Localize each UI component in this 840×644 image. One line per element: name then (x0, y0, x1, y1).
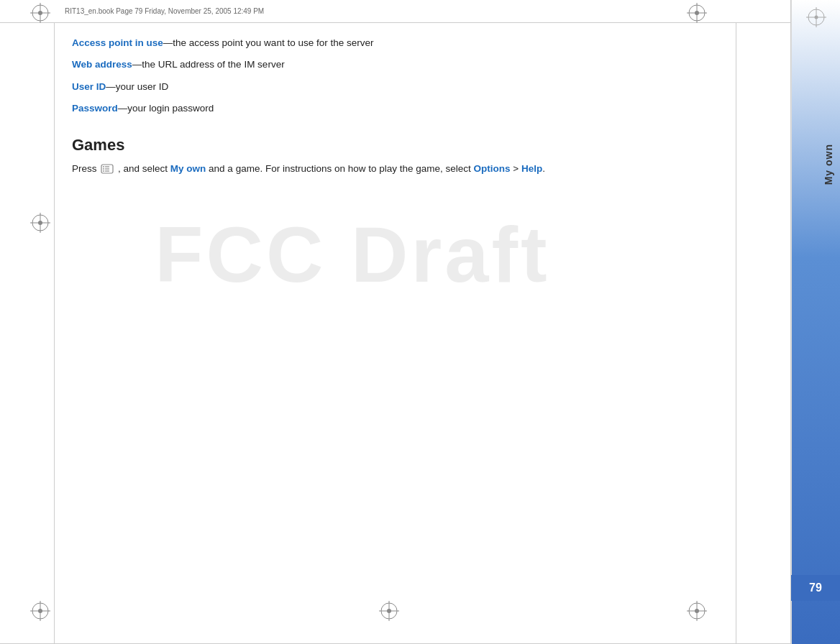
user-id-link: User ID (72, 81, 106, 92)
games-heading: Games (72, 136, 561, 155)
svg-point-30 (103, 171, 104, 172)
games-options-link: Options (474, 163, 511, 174)
fcc-draft-watermark: FCC Draft (58, 208, 647, 300)
access-point-body: —the access point you want to use for th… (163, 37, 374, 48)
reg-mark-bottom-left (30, 601, 50, 621)
svg-point-19 (387, 609, 391, 613)
page: RIT13_en.book Page 79 Friday, November 2… (0, 0, 791, 644)
svg-point-11 (38, 221, 42, 225)
sidebar-section-label: My own (823, 144, 834, 185)
svg-point-29 (103, 169, 104, 170)
access-point-link: Access point in use (72, 37, 163, 48)
games-paragraph: Press , and select My own and a game. Fo… (72, 162, 561, 176)
sidebar: My own 79 (791, 0, 840, 644)
left-border-line (54, 23, 55, 644)
svg-point-28 (103, 167, 104, 168)
svg-point-34 (814, 16, 818, 19)
sidebar-reg-mark-top (806, 7, 826, 30)
web-address-body: —the URL address of the IM server (132, 59, 285, 70)
svg-point-3 (38, 11, 42, 15)
right-border-line (736, 23, 736, 644)
password-item: Password—your login password (72, 101, 561, 116)
page-number: 79 (809, 581, 822, 594)
access-point-item: Access point in use—the access point you… (72, 36, 561, 50)
games-separator: > (511, 163, 521, 174)
password-link: Password (72, 103, 118, 114)
reg-mark-bottom-right (687, 601, 707, 621)
page-header: RIT13_en.book Page 79 Friday, November 2… (0, 0, 791, 23)
reg-mark-top-left (30, 3, 50, 23)
menu-icon (101, 163, 114, 175)
svg-point-23 (695, 609, 699, 613)
user-id-item: User ID—your user ID (72, 80, 561, 94)
reg-mark-bottom-center (379, 601, 399, 621)
games-end: . (542, 163, 545, 174)
main-content: Access point in use—the access point you… (72, 36, 561, 183)
svg-point-15 (38, 609, 42, 613)
password-body: —your login password (118, 103, 214, 114)
svg-point-7 (695, 11, 699, 15)
user-id-body: —your user ID (106, 81, 168, 92)
page-number-box: 79 (791, 575, 840, 601)
web-address-link: Web address (72, 59, 132, 70)
games-mid: and a game. For instructions on how to p… (206, 163, 473, 174)
reg-mark-mid-left (30, 213, 50, 233)
games-intro: Press (72, 163, 97, 174)
reg-mark-top-right (687, 3, 707, 23)
games-comma: , and select (118, 163, 170, 174)
games-myown-link: My own (170, 163, 206, 174)
web-address-item: Web address—the URL address of the IM se… (72, 58, 561, 72)
games-help-link: Help (521, 163, 542, 174)
header-text: RIT13_en.book Page 79 Friday, November 2… (65, 7, 264, 15)
